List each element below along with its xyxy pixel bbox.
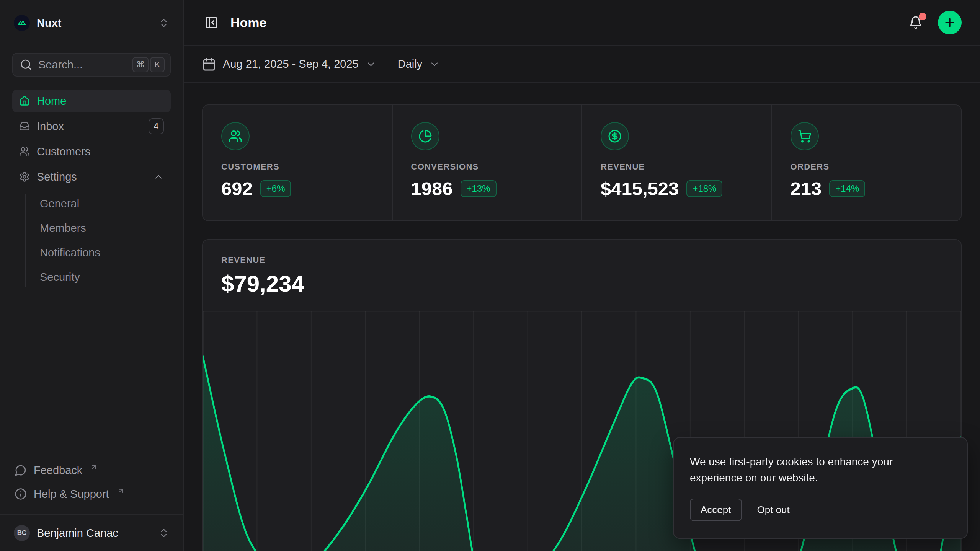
stat-card-customers: CUSTOMERS 692 +6% <box>203 105 392 220</box>
app-window: Nuxt Search... ⌘K Home Inbox4 Customers … <box>0 0 980 551</box>
inbox-icon <box>19 121 30 132</box>
chevrons-up-down-icon <box>158 18 169 28</box>
opt-out-button[interactable]: Opt out <box>757 504 790 516</box>
sidebar-subitem-general[interactable]: General <box>40 191 171 216</box>
sidebar-item-inbox[interactable]: Inbox4 <box>12 115 171 138</box>
chart-pie-icon <box>411 122 439 150</box>
accept-button[interactable]: Accept <box>690 499 742 521</box>
users-icon <box>221 122 250 150</box>
add-button[interactable] <box>938 11 962 34</box>
chevron-up-icon <box>153 171 164 182</box>
gear-icon <box>19 171 30 182</box>
circle-dollar-icon <box>601 122 629 150</box>
revenue-chart-label: REVENUE <box>221 255 942 265</box>
sidebar-footer: Feedback Help & Support <box>0 458 183 511</box>
page-header: Home <box>184 0 980 46</box>
stats-row: CUSTOMERS 692 +6% CONVERSIONS 1986 +13% … <box>202 104 962 221</box>
cookie-banner: We use first-party cookies to enhance yo… <box>673 437 968 539</box>
sidebar-menu: Home Inbox4 Customers SettingsGeneralMem… <box>12 90 171 289</box>
cookie-message: We use first-party cookies to enhance yo… <box>690 454 927 486</box>
collapse-sidebar-button[interactable] <box>202 13 220 32</box>
chevron-down-icon <box>429 59 440 70</box>
kbd-key: K <box>150 57 165 72</box>
delta-badge: +18% <box>686 180 722 197</box>
users-icon <box>19 146 30 157</box>
granularity-select[interactable]: Daily <box>398 58 440 70</box>
calendar-icon <box>202 57 216 71</box>
home-icon <box>19 96 30 106</box>
date-range-picker[interactable]: Aug 21, 2025 - Sep 4, 2025 <box>202 57 376 71</box>
delta-badge: +6% <box>260 180 291 197</box>
sidebar: Nuxt Search... ⌘K Home Inbox4 Customers … <box>0 0 184 551</box>
settings-submenu: GeneralMembersNotificationsSecurity <box>25 191 171 289</box>
search-icon <box>20 59 32 71</box>
sidebar-subitem-security[interactable]: Security <box>40 265 171 289</box>
info-circle-icon <box>15 488 27 500</box>
inbox-count-badge: 4 <box>149 118 164 134</box>
search-input[interactable]: Search... ⌘K <box>12 53 171 77</box>
sidebar-subitem-notifications[interactable]: Notifications <box>40 240 171 265</box>
sidebar-subitem-members[interactable]: Members <box>40 216 171 240</box>
sidebar-link-help-support[interactable]: Help & Support <box>12 482 171 506</box>
nuxt-logo-icon <box>14 15 30 31</box>
delta-badge: +13% <box>461 180 497 197</box>
revenue-chart-value: $79,234 <box>221 271 942 297</box>
team-switcher[interactable]: Nuxt <box>12 9 171 37</box>
stat-card-revenue: REVENUE $415,523 +18% <box>582 105 771 220</box>
sidebar-link-feedback[interactable]: Feedback <box>12 458 171 482</box>
sidebar-item-home[interactable]: Home <box>12 90 171 112</box>
kbd-key: ⌘ <box>132 57 149 72</box>
stat-card-conversions: CONVERSIONS 1986 +13% <box>393 105 582 220</box>
arrow-up-right-icon <box>90 461 98 474</box>
avatar: BC <box>14 525 30 541</box>
search-shortcut: ⌘K <box>131 57 165 72</box>
page-title: Home <box>230 15 266 30</box>
sidebar-item-settings[interactable]: Settings <box>12 165 171 188</box>
user-name: Benjamin Canac <box>37 527 152 540</box>
team-name: Nuxt <box>37 17 152 29</box>
chevrons-up-down-icon <box>158 528 169 538</box>
message-circle-icon <box>15 464 27 476</box>
sidebar-item-customers[interactable]: Customers <box>12 140 171 163</box>
shopping-cart-icon <box>791 122 819 150</box>
arrow-up-right-icon <box>117 485 124 497</box>
delta-badge: +14% <box>829 180 865 197</box>
stat-card-orders: ORDERS 213 +14% <box>772 105 961 220</box>
filters-toolbar: Aug 21, 2025 - Sep 4, 2025 Daily <box>184 46 980 83</box>
granularity-label: Daily <box>398 58 422 70</box>
search-placeholder: Search... <box>38 59 125 71</box>
notification-dot <box>919 13 926 20</box>
notifications-button[interactable] <box>906 13 925 32</box>
date-range-label: Aug 21, 2025 - Sep 4, 2025 <box>223 58 359 70</box>
chevron-down-icon <box>366 59 376 70</box>
user-menu[interactable]: BC Benjamin Canac <box>0 514 183 551</box>
